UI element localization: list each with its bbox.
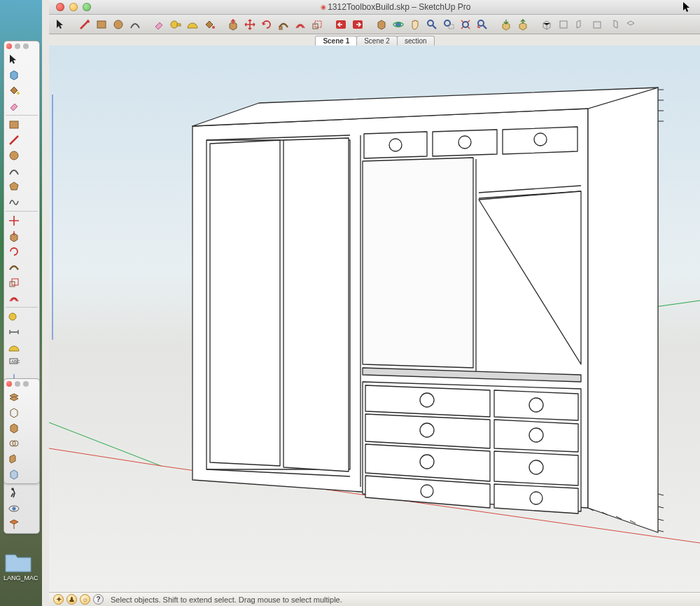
zoom-extents-tool[interactable] — [458, 17, 473, 32]
offset-tool[interactable] — [6, 290, 22, 305]
svg-marker-70 — [494, 420, 578, 452]
protractor-tool[interactable] — [6, 340, 22, 355]
help-button[interactable]: ? — [93, 594, 104, 605]
svg-marker-54 — [433, 130, 497, 156]
select-tool[interactable] — [53, 17, 69, 32]
rotate-tool[interactable] — [259, 17, 274, 32]
circle-tool[interactable] — [6, 148, 22, 163]
svg-line-86 — [658, 519, 664, 521]
pan-tool[interactable] — [407, 17, 423, 32]
rotate-tool[interactable] — [6, 244, 22, 259]
view-front-button[interactable] — [573, 17, 588, 32]
svg-marker-50 — [284, 138, 349, 471]
walk-tool[interactable] — [6, 486, 22, 501]
status-bar: ✦ ♟ ☼ ? Select objects. Shift to extend … — [49, 592, 700, 606]
model-viewport[interactable] — [49, 46, 700, 592]
paint-bucket-tool[interactable] — [202, 17, 217, 32]
rectangle-tool[interactable] — [94, 17, 109, 32]
pushpull-tool[interactable] — [225, 17, 241, 32]
make-component-tool[interactable] — [6, 67, 22, 83]
palette-close-button[interactable] — [6, 43, 12, 49]
text-tool[interactable]: ABC — [6, 355, 22, 371]
palette-minimize-button[interactable] — [15, 381, 20, 387]
svg-marker-78 — [494, 484, 578, 514]
scale-tool[interactable] — [309, 17, 325, 32]
svg-point-35 — [13, 507, 16, 511]
undo-button[interactable] — [333, 17, 349, 32]
palette-zoom-button[interactable] — [23, 43, 29, 49]
dimension-tool[interactable] — [6, 324, 22, 340]
lookaround-tool[interactable] — [6, 501, 22, 516]
trim-button[interactable] — [6, 467, 22, 482]
freehand-tool[interactable] — [6, 194, 22, 209]
outliner-button[interactable] — [6, 405, 22, 420]
redo-button[interactable] — [350, 17, 365, 32]
line-tool[interactable] — [6, 132, 22, 148]
svg-marker-56 — [503, 127, 578, 154]
palette-minimize-button[interactable] — [15, 43, 20, 49]
geo-location-button[interactable]: ✦ — [53, 594, 64, 605]
eraser-tool[interactable] — [151, 17, 167, 32]
scale-tool[interactable] — [6, 275, 22, 290]
followme-tool[interactable] — [276, 17, 291, 32]
arc-tool[interactable] — [6, 163, 22, 179]
share-model-button[interactable] — [515, 17, 531, 32]
followme-tool[interactable] — [6, 259, 22, 275]
intersect-button[interactable] — [6, 436, 22, 451]
solid-tools-button[interactable] — [6, 420, 22, 436]
zoom-window-tool[interactable] — [441, 17, 456, 32]
desktop-folder[interactable]: LANG_MAC — [4, 549, 33, 581]
svg-rect-5 — [279, 27, 282, 29]
svg-point-1 — [114, 20, 122, 29]
view-right-button[interactable] — [589, 17, 605, 32]
circle-tool[interactable] — [111, 17, 126, 32]
protractor-tool[interactable] — [185, 17, 200, 32]
view-back-button[interactable] — [606, 17, 622, 32]
eraser-tool[interactable] — [6, 98, 22, 113]
subtract-button[interactable] — [6, 451, 22, 467]
make-component-button[interactable] — [374, 17, 389, 32]
model-drawing — [49, 46, 700, 592]
svg-point-15 — [463, 22, 468, 27]
offset-tool[interactable] — [293, 17, 308, 32]
claim-credit-button[interactable]: ☼ — [80, 594, 90, 605]
credits-button[interactable]: ♟ — [66, 594, 77, 605]
view-iso-button[interactable] — [539, 17, 554, 32]
svg-marker-92 — [363, 158, 473, 368]
zoom-window-button[interactable] — [83, 3, 91, 11]
view-top-button[interactable] — [556, 17, 571, 32]
scene-tab[interactable]: Scene 1 — [315, 36, 357, 46]
previous-view-tool[interactable] — [475, 17, 490, 32]
window-titlebar: 1312ToolboxBuild.skp – SketchUp Pro — [49, 0, 700, 15]
window-title: 1312ToolboxBuild.skp – SketchUp Pro — [91, 2, 700, 12]
minimize-window-button[interactable] — [69, 3, 78, 11]
palette-zoom-button[interactable] — [23, 381, 29, 387]
select-tool[interactable] — [6, 52, 22, 67]
get-models-button[interactable] — [498, 17, 514, 32]
folder-label: LANG_MAC — [4, 574, 38, 581]
view-left-button[interactable] — [623, 17, 638, 32]
arc-tool[interactable] — [127, 17, 143, 32]
paint-bucket-tool[interactable] — [6, 83, 22, 98]
layers-palette[interactable] — [4, 378, 40, 484]
scene-tabs-bar: Scene 1 Scene 2 section — [49, 34, 700, 46]
section-plane-tool[interactable] — [6, 516, 22, 532]
zoom-tool[interactable] — [424, 17, 440, 32]
scene-tab[interactable]: Scene 2 — [356, 36, 398, 46]
move-tool[interactable] — [242, 17, 258, 32]
orbit-tool[interactable] — [391, 17, 406, 32]
scene-tab[interactable]: section — [397, 36, 435, 46]
svg-rect-3 — [177, 24, 181, 26]
move-tool[interactable] — [6, 213, 22, 228]
tape-measure-tool[interactable] — [168, 17, 183, 32]
pushpull-tool[interactable] — [6, 228, 22, 244]
rectangle-tool[interactable] — [6, 117, 22, 132]
layers-button[interactable] — [6, 390, 22, 405]
folder-icon — [4, 549, 33, 573]
close-window-button[interactable] — [56, 3, 64, 11]
palette-close-button[interactable] — [6, 381, 12, 387]
line-tool[interactable] — [77, 17, 92, 32]
polygon-tool[interactable] — [6, 179, 22, 194]
tape-measure-tool[interactable] — [6, 309, 22, 324]
svg-point-4 — [212, 26, 215, 29]
